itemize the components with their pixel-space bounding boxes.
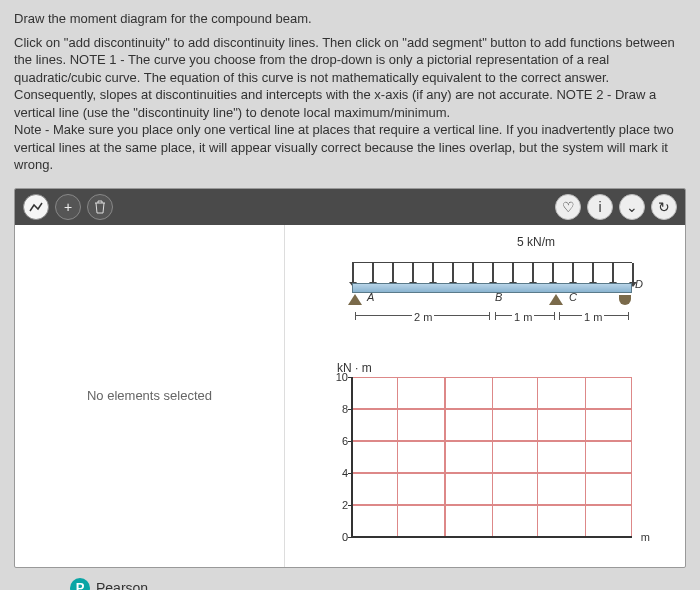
add-segment-button[interactable] xyxy=(23,194,49,220)
ytick-8: 8 xyxy=(328,403,348,415)
x-axis xyxy=(352,536,632,538)
instruction-body: Click on "add discontinuity" to add disc… xyxy=(14,34,686,122)
selection-panel: No elements selected xyxy=(15,225,285,567)
ytick-10: 10 xyxy=(328,371,348,383)
diagram-panel[interactable]: 5 kN/m xyxy=(285,225,685,567)
instruction-title: Draw the moment diagram for the compound… xyxy=(14,10,686,28)
dim-3: 1 m xyxy=(582,311,604,323)
footer: P Pearson xyxy=(70,578,700,590)
support-d xyxy=(619,295,631,305)
dim-2: 1 m xyxy=(512,311,534,323)
instructions-block: Draw the moment diagram for the compound… xyxy=(0,0,700,182)
plus-icon: + xyxy=(64,199,72,215)
toolbar: + ♡ i ⌄ ↻ xyxy=(15,189,685,225)
brand-name: Pearson xyxy=(96,580,148,590)
content-area: No elements selected 5 kN/m xyxy=(15,225,685,567)
segment-icon xyxy=(29,200,43,214)
load-top-line xyxy=(352,262,632,263)
chevron-down-icon: ⌄ xyxy=(626,199,638,215)
drawing-workspace: + ♡ i ⌄ ↻ No elements selected 5 kN/m xyxy=(14,188,686,568)
add-discontinuity-button[interactable]: + xyxy=(55,194,81,220)
lightbulb-icon: ♡ xyxy=(562,199,575,215)
ytick-2: 2 xyxy=(328,499,348,511)
point-b-label: B xyxy=(495,291,502,303)
trash-icon xyxy=(94,200,106,214)
ytick-0: 0 xyxy=(328,531,348,543)
instruction-body-text: Click on "add discontinuity" to add disc… xyxy=(14,35,675,120)
instruction-note: Note - Make sure you place only one vert… xyxy=(14,121,686,174)
ytick-6: 6 xyxy=(328,435,348,447)
point-d-label: D xyxy=(635,278,643,290)
pearson-logo-icon: P xyxy=(70,578,90,590)
dim-1: 2 m xyxy=(412,311,434,323)
hint-button[interactable]: ♡ xyxy=(555,194,581,220)
no-selection-text: No elements selected xyxy=(87,388,212,403)
point-a-label: A xyxy=(367,291,374,303)
beam-diagram: 5 kN/m xyxy=(297,233,673,353)
y-axis xyxy=(351,377,353,537)
reset-button[interactable]: ↻ xyxy=(651,194,677,220)
point-c-label: C xyxy=(569,291,577,303)
info-icon: i xyxy=(598,199,601,215)
x-axis-label: m xyxy=(641,531,650,543)
moment-graph[interactable]: 10 8 6 4 2 0 m xyxy=(352,377,632,537)
ytick-4: 4 xyxy=(328,467,348,479)
pearson-icon-letter: P xyxy=(76,580,85,590)
info-button[interactable]: i xyxy=(587,194,613,220)
support-c xyxy=(549,294,563,305)
support-a xyxy=(348,294,362,305)
delete-button[interactable] xyxy=(87,194,113,220)
beam-bar xyxy=(352,283,632,293)
expand-button[interactable]: ⌄ xyxy=(619,194,645,220)
refresh-icon: ↻ xyxy=(658,199,670,215)
distributed-load-label: 5 kN/m xyxy=(517,235,555,249)
y-axis-label: kN · m xyxy=(337,361,673,375)
